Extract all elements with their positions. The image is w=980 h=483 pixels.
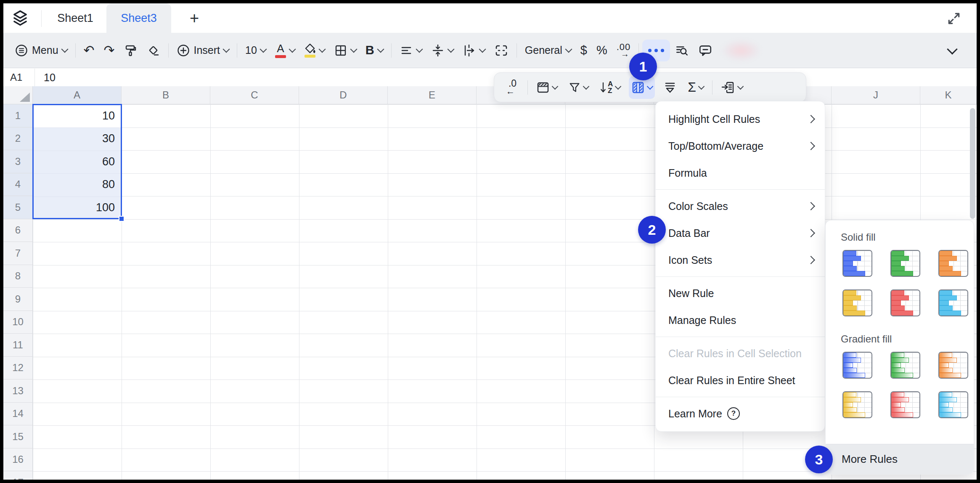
chevron-down-icon	[61, 46, 68, 53]
row-header-11[interactable]: 11	[3, 334, 32, 357]
menu-item-new-rule[interactable]: New Rule	[656, 280, 825, 307]
currency-button[interactable]: $	[576, 39, 592, 62]
insert-from-list-button[interactable]	[718, 76, 745, 99]
databar-bar	[939, 295, 957, 300]
tab-sheet1[interactable]: Sheet1	[45, 3, 106, 33]
row-header-14[interactable]: 14	[3, 403, 32, 426]
gradient-databar-swatch-green[interactable]	[890, 352, 920, 379]
decrease-decimal-icon: .0←	[506, 80, 519, 95]
sum-button[interactable]: Σ	[685, 76, 706, 99]
expand-window-button[interactable]	[945, 9, 963, 28]
submenu-arrow-icon	[807, 115, 815, 123]
gradient-databar-swatch-blue[interactable]	[842, 352, 872, 379]
undo-button[interactable]: ↶	[79, 39, 99, 62]
row-header-6[interactable]: 6	[3, 219, 32, 242]
undo-icon: ↶	[84, 44, 95, 57]
gradient-databar-swatch-sky-blue[interactable]	[938, 391, 968, 418]
app-logo[interactable]	[11, 9, 29, 28]
row-header-12[interactable]: 12	[3, 357, 32, 380]
sort-button[interactable]: AZ	[597, 76, 623, 99]
solid-databar-swatch-blue[interactable]	[842, 250, 872, 277]
solid-databar-swatch-sky-blue[interactable]	[938, 289, 968, 316]
comment-button[interactable]	[694, 39, 717, 62]
row-header-10[interactable]: 10	[3, 311, 32, 334]
merge-cells-button[interactable]	[490, 39, 513, 62]
bold-button[interactable]: B	[361, 39, 388, 62]
number-format-button[interactable]: General	[520, 39, 576, 62]
text-direction-button[interactable]	[458, 39, 490, 62]
more-rules-item[interactable]: More Rules	[826, 444, 974, 474]
redo-button[interactable]: ↷	[99, 39, 119, 62]
eraser-button[interactable]	[142, 39, 165, 62]
percent-button[interactable]: %	[592, 39, 612, 62]
menu-item-icon-sets[interactable]: Icon Sets	[656, 247, 825, 273]
insert-button[interactable]: Insert	[172, 39, 234, 62]
column-header-B[interactable]: B	[122, 86, 210, 104]
column-header-D[interactable]: D	[299, 86, 388, 104]
formula-input[interactable]: 10	[44, 69, 56, 86]
row-header-17[interactable]: 17	[3, 471, 32, 480]
solid-databar-swatch-orange[interactable]	[938, 250, 968, 277]
swatch-row	[842, 391, 974, 418]
solid-databar-swatch-green[interactable]	[890, 250, 920, 277]
row-header-16[interactable]: 16	[3, 448, 32, 472]
row-header-4[interactable]: 4	[3, 173, 32, 196]
font-size-button[interactable]: 10	[241, 39, 270, 62]
row-header-1[interactable]: 1	[3, 104, 32, 127]
row-header-7[interactable]: 7	[3, 242, 32, 265]
menu-item-color-scales[interactable]: Color Scales	[656, 193, 825, 220]
find-search-button[interactable]	[670, 39, 694, 62]
freeze-panes-button[interactable]	[534, 76, 560, 99]
menu-item-learn-more[interactable]: Learn More?	[656, 400, 825, 427]
databar-bar	[843, 305, 857, 310]
databar-bar	[843, 358, 861, 363]
solid-databar-swatch-yellow[interactable]	[842, 289, 872, 316]
row-header-3[interactable]: 3	[3, 150, 32, 173]
fill-down-button[interactable]	[661, 76, 679, 99]
row-header-8[interactable]: 8	[3, 265, 32, 288]
row-header-5[interactable]: 5	[3, 196, 32, 219]
databar-bar	[891, 402, 901, 407]
vertical-align-button[interactable]	[426, 39, 458, 62]
row-header-13[interactable]: 13	[3, 380, 32, 403]
menu-item-manage-rules[interactable]: Manage Rules	[656, 307, 825, 334]
column-header-K[interactable]: K	[920, 86, 977, 104]
column-header-A[interactable]: A	[33, 86, 122, 104]
selection-fill-handle[interactable]	[119, 216, 124, 222]
cell-name-box[interactable]: A1	[3, 69, 34, 86]
column-header-C[interactable]: C	[210, 86, 299, 104]
menu-button[interactable]: Menu	[10, 39, 72, 62]
gradient-databar-swatch-orange[interactable]	[938, 352, 968, 379]
tab-sheet3[interactable]: Sheet3	[106, 3, 171, 33]
menu-item-label: Highlight Cell Rules	[668, 113, 760, 125]
cell-reference: A1	[10, 72, 22, 83]
filter-button[interactable]	[566, 76, 591, 99]
row-header-15[interactable]: 15	[3, 425, 32, 448]
gradient-databar-swatch-yellow[interactable]	[842, 391, 872, 418]
format-painter-button[interactable]	[119, 39, 142, 62]
font-color-button[interactable]: A	[270, 39, 299, 62]
menu-item-top-bottom-average[interactable]: Top/Bottom/Average	[656, 133, 825, 159]
menu-item-highlight-cell-rules[interactable]: Highlight Cell Rules	[656, 106, 825, 133]
vertical-scrollbar[interactable]	[970, 108, 975, 219]
solid-databar-swatch-red[interactable]	[890, 289, 920, 316]
menu-item-formula[interactable]: Formula	[656, 159, 825, 186]
decrease-decimal-button[interactable]: .0←	[503, 76, 522, 99]
user-avatar-blurred[interactable]	[721, 40, 765, 61]
row-header-9[interactable]: 9	[3, 288, 32, 311]
borders-button[interactable]	[329, 39, 361, 62]
collapse-toolbar-button[interactable]	[944, 39, 961, 62]
menu-item-clear-rules-entire-sheet[interactable]: Clear Rules in Entire Sheet	[656, 367, 825, 394]
row-header-2[interactable]: 2	[3, 127, 32, 151]
column-header-J[interactable]: J	[832, 86, 920, 104]
gradient-databar-swatch-red[interactable]	[890, 391, 920, 418]
fill-color-button[interactable]	[299, 39, 329, 62]
databar-bar	[843, 256, 861, 261]
databar-bar	[891, 392, 904, 397]
select-all-corner[interactable]	[3, 86, 33, 104]
number-format-value: General	[525, 44, 562, 56]
add-sheet-button[interactable]: +	[182, 3, 207, 33]
menu-item-data-bar[interactable]: Data Bar	[656, 220, 825, 247]
column-header-E[interactable]: E	[388, 86, 477, 104]
horizontal-align-button[interactable]	[395, 39, 426, 62]
